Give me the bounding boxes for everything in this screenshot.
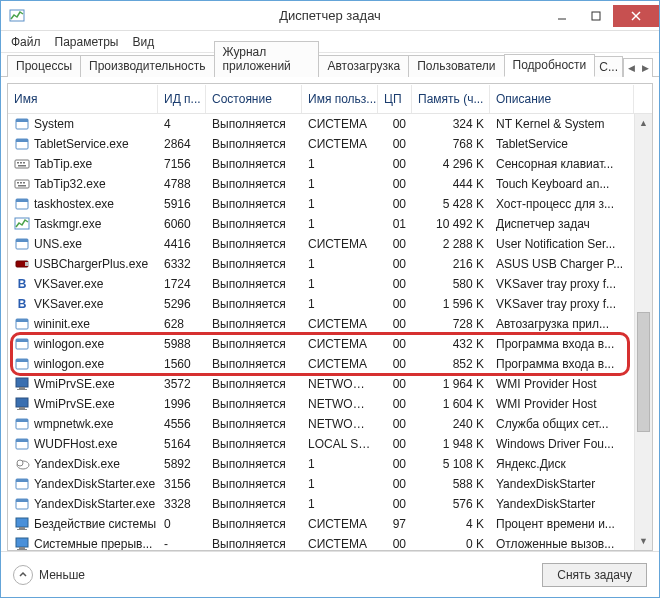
table-row[interactable]: wininit.exe628ВыполняетсяСИСТЕМА00728 KА… (8, 314, 634, 334)
table-row[interactable]: BVKSaver.exe5296Выполняется1001 596 KVKS… (8, 294, 634, 314)
table-row[interactable]: Бездействие системы0ВыполняетсяСИСТЕМА97… (8, 514, 634, 534)
svg-rect-39 (16, 398, 28, 407)
process-desc: YandexDiskStarter (490, 477, 634, 491)
tab-1[interactable]: Производительность (80, 55, 214, 77)
process-icon (14, 536, 30, 550)
svg-rect-18 (18, 185, 26, 187)
window-buttons (545, 5, 659, 27)
table-row[interactable]: YandexDisk.exe5892Выполняется1005 108 KЯ… (8, 454, 634, 474)
col-user[interactable]: Имя польз... (302, 85, 378, 113)
table-row[interactable]: winlogon.exe5988ВыполняетсяСИСТЕМА00432 … (8, 334, 634, 354)
tab-scroll-left-icon[interactable]: ◀ (624, 59, 638, 77)
tab-strip: ПроцессыПроизводительностьЖурнал приложе… (1, 53, 659, 77)
content-area: Имя ИД п... Состояние Имя польз... ЦП Па… (1, 77, 659, 551)
tab-5[interactable]: Подробности (504, 54, 596, 77)
menu-view[interactable]: Вид (132, 35, 154, 49)
process-name: TabTip32.exe (34, 177, 106, 191)
svg-rect-17 (23, 182, 25, 184)
titlebar[interactable]: Диспетчер задач (1, 1, 659, 31)
process-icon (14, 456, 30, 472)
process-user: СИСТЕМА (302, 117, 378, 131)
table-row[interactable]: YandexDiskStarter.exe3328Выполняется1005… (8, 494, 634, 514)
table-row[interactable]: TabTip32.exe4788Выполняется100444 KTouch… (8, 174, 634, 194)
fewer-button[interactable]: Меньше (13, 565, 85, 585)
process-desc: Программа входа в... (490, 337, 634, 351)
process-user: 1 (302, 157, 378, 171)
table-row[interactable]: BVKSaver.exe1724Выполняется100580 KVKSav… (8, 274, 634, 294)
tab-scroll-right-icon[interactable]: ▶ (638, 59, 652, 77)
minimize-button[interactable] (545, 5, 579, 27)
col-state[interactable]: Состояние (206, 85, 302, 113)
table-row[interactable]: Системные прерыв...-ВыполняетсяСИСТЕМА00… (8, 534, 634, 550)
table-row[interactable]: WmiPrvSE.exe1996ВыполняетсяNETWORK...001… (8, 394, 634, 414)
process-state: Выполняется (206, 277, 302, 291)
process-pid: 2864 (158, 137, 206, 151)
process-mem: 10 492 K (412, 217, 490, 231)
process-desc: Программа входа в... (490, 357, 634, 371)
process-mem: 444 K (412, 177, 490, 191)
menu-file[interactable]: Файл (11, 35, 41, 49)
process-name: YandexDisk.exe (34, 457, 120, 471)
table-row[interactable]: YandexDiskStarter.exe3156Выполняется1005… (8, 474, 634, 494)
svg-rect-52 (16, 518, 28, 527)
process-user: СИСТЕМА (302, 517, 378, 531)
svg-rect-23 (16, 239, 28, 242)
process-state: Выполняется (206, 377, 302, 391)
process-desc: Windows Driver Fou... (490, 437, 634, 451)
process-icon (14, 256, 30, 272)
process-state: Выполняется (206, 157, 302, 171)
col-pid[interactable]: ИД п... (158, 85, 206, 113)
table-row[interactable]: TabletService.exe2864ВыполняетсяСИСТЕМА0… (8, 134, 634, 154)
col-cpu[interactable]: ЦП (378, 85, 412, 113)
process-desc: Служба общих сет... (490, 417, 634, 431)
svg-rect-38 (17, 389, 27, 390)
process-pid: 5916 (158, 197, 206, 211)
table-row[interactable]: System4ВыполняетсяСИСТЕМА00324 KNT Kerne… (8, 114, 634, 134)
end-task-button[interactable]: Снять задачу (542, 563, 647, 587)
menu-bar: Файл Параметры Вид (1, 31, 659, 53)
tab-2[interactable]: Журнал приложений (214, 41, 320, 77)
process-desc: Яндекс.Диск (490, 457, 634, 471)
process-pid: 4 (158, 117, 206, 131)
table-row[interactable]: taskhostex.exe5916Выполняется1005 428 KХ… (8, 194, 634, 214)
process-cpu: 00 (378, 137, 412, 151)
process-cpu: 00 (378, 157, 412, 171)
process-state: Выполняется (206, 117, 302, 131)
tab-6[interactable]: С... (594, 56, 623, 77)
table-row[interactable]: TabTip.exe7156Выполняется1004 296 KСенсо… (8, 154, 634, 174)
col-name[interactable]: Имя (8, 85, 158, 113)
col-desc[interactable]: Описание (490, 85, 634, 113)
scroll-up-icon[interactable]: ▲ (635, 114, 652, 132)
vertical-scrollbar[interactable]: ▲ ▼ (634, 114, 652, 550)
process-user: 1 (302, 477, 378, 491)
close-button[interactable] (613, 5, 659, 27)
app-icon (9, 8, 25, 24)
scroll-thumb[interactable] (637, 312, 650, 432)
scroll-down-icon[interactable]: ▼ (635, 532, 652, 550)
tab-3[interactable]: Автозагрузка (318, 55, 409, 77)
process-user: СИСТЕМА (302, 137, 378, 151)
table-row[interactable]: USBChargerPlus.exe6332Выполняется100216 … (8, 254, 634, 274)
process-desc: YandexDiskStarter (490, 497, 634, 511)
process-icon (14, 236, 30, 252)
process-cpu: 00 (378, 317, 412, 331)
table-row[interactable]: WUDFHost.exe5164ВыполняетсяLOCAL SE...00… (8, 434, 634, 454)
table-row[interactable]: Taskmgr.exe6060Выполняется10110 492 KДис… (8, 214, 634, 234)
menu-options[interactable]: Параметры (55, 35, 119, 49)
table-row[interactable]: winlogon.exe1560ВыполняетсяСИСТЕМА00852 … (8, 354, 634, 374)
tab-0[interactable]: Процессы (7, 55, 81, 77)
task-manager-window: Диспетчер задач Файл Параметры Вид Проце… (0, 0, 660, 598)
table-row[interactable]: wmpnetwk.exe4556ВыполняетсяNETWORK...002… (8, 414, 634, 434)
svg-rect-45 (16, 439, 28, 442)
table-row[interactable]: WmiPrvSE.exe3572ВыполняетсяNETWORK...001… (8, 374, 634, 394)
process-pid: 6060 (158, 217, 206, 231)
process-state: Выполняется (206, 197, 302, 211)
maximize-button[interactable] (579, 5, 613, 27)
scroll-track[interactable] (635, 132, 652, 532)
tab-4[interactable]: Пользователи (408, 55, 504, 77)
col-mem[interactable]: Память (ч... (412, 85, 490, 113)
process-cpu: 97 (378, 517, 412, 531)
table-row[interactable]: UNS.exe4416ВыполняетсяСИСТЕМА002 288 KUs… (8, 234, 634, 254)
tab-scroll-arrows[interactable]: ◀ ▶ (623, 58, 653, 77)
process-state: Выполняется (206, 337, 302, 351)
